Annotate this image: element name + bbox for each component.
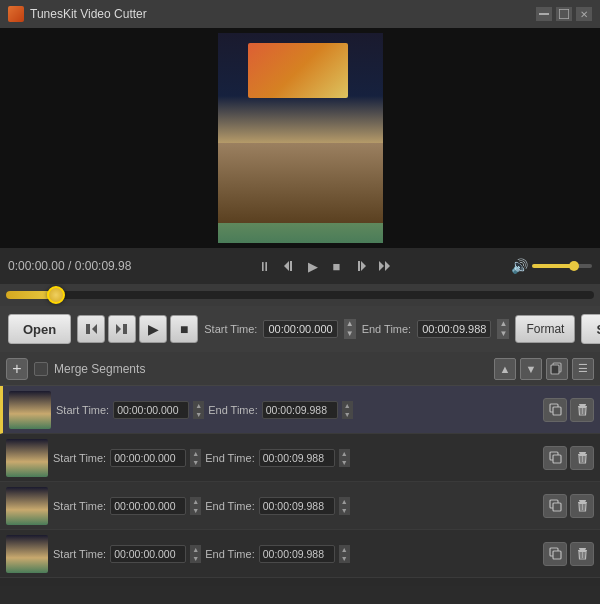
svg-rect-3: [290, 261, 292, 271]
seg-end-value: 00:00:09.988: [259, 497, 335, 515]
svg-rect-41: [580, 548, 585, 550]
format-button[interactable]: Format: [515, 315, 575, 343]
svg-marker-4: [361, 261, 366, 271]
seg-end-spinner[interactable]: ▲ ▼: [339, 449, 350, 467]
segments-up-button[interactable]: ▲: [494, 358, 516, 380]
end-time-spinner[interactable]: ▲ ▼: [497, 319, 509, 339]
seg-start-up[interactable]: ▲: [193, 401, 204, 410]
seg-end-spinner[interactable]: ▲ ▼: [339, 497, 350, 515]
start-time-spinner[interactable]: ▲ ▼: [344, 319, 356, 339]
segment-row: Start Time: 00:00:00.000 ▲ ▼ End Time: 0…: [0, 434, 600, 482]
seg-end-up[interactable]: ▲: [339, 545, 350, 554]
seg-start-spinner[interactable]: ▲ ▼: [190, 545, 201, 563]
video-screen: [248, 43, 348, 98]
svg-rect-0: [539, 13, 549, 15]
end-time-down[interactable]: ▼: [497, 329, 509, 339]
start-time-value: 00:00:00.000: [263, 320, 337, 338]
end-time-value: 00:00:09.988: [417, 320, 491, 338]
segment-times: Start Time: 00:00:00.000 ▲ ▼ End Time: 0…: [53, 545, 538, 563]
segment-edit-button[interactable]: [543, 398, 567, 422]
seg-end-down[interactable]: ▼: [342, 410, 353, 419]
seg-start-spinner[interactable]: ▲ ▼: [193, 401, 204, 419]
segment-delete-button[interactable]: [570, 446, 594, 470]
seg-start-spinner[interactable]: ▲ ▼: [190, 497, 201, 515]
segment-edit-button[interactable]: [543, 446, 567, 470]
merge-checkbox[interactable]: [34, 362, 48, 376]
seg-end-label: End Time:: [205, 500, 255, 512]
segment-row: Start Time: 00:00:00.000 ▲ ▼ End Time: 0…: [0, 482, 600, 530]
fast-forward-button[interactable]: [374, 255, 396, 277]
clip-in-button[interactable]: [77, 315, 105, 343]
segment-delete-button[interactable]: [570, 542, 594, 566]
seg-end-down[interactable]: ▼: [339, 554, 350, 563]
segment-edit-button[interactable]: [543, 494, 567, 518]
close-button[interactable]: ✕: [576, 7, 592, 21]
seg-start-spinner[interactable]: ▲ ▼: [190, 449, 201, 467]
minimize-button[interactable]: [536, 7, 552, 21]
timeline-track[interactable]: [6, 291, 594, 299]
segments-list-button[interactable]: ☰: [572, 358, 594, 380]
segment-delete-button[interactable]: [570, 398, 594, 422]
seg-end-label: End Time:: [205, 548, 255, 560]
segment-edit-button[interactable]: [543, 542, 567, 566]
seg-end-down[interactable]: ▼: [339, 506, 350, 515]
maximize-button[interactable]: [556, 7, 572, 21]
svg-rect-18: [578, 406, 587, 407]
segment-thumbnail: [6, 439, 48, 477]
svg-rect-34: [578, 502, 587, 503]
seg-start-down[interactable]: ▼: [193, 410, 204, 419]
play-button[interactable]: ▶: [302, 255, 324, 277]
segment-actions: [543, 494, 594, 518]
segment-thumbnail: [6, 535, 48, 573]
seg-start-down[interactable]: ▼: [190, 554, 201, 563]
open-button[interactable]: Open: [8, 314, 71, 344]
segment-times: Start Time: 00:00:00.000 ▲ ▼ End Time: 0…: [53, 497, 538, 515]
pause-button[interactable]: ⏸: [254, 255, 276, 277]
seg-start-up[interactable]: ▲: [190, 545, 201, 554]
seg-end-up[interactable]: ▲: [339, 497, 350, 506]
timeline-thumb[interactable]: [47, 286, 65, 304]
segment-thumbnail: [6, 487, 48, 525]
segments-header: + Merge Segments ▲ ▼ ☰: [0, 352, 600, 386]
clip-play-button[interactable]: ▶: [139, 315, 167, 343]
svg-rect-15: [553, 407, 561, 415]
end-time-up[interactable]: ▲: [497, 319, 509, 329]
stop-button[interactable]: ■: [326, 255, 348, 277]
step-back-button[interactable]: [278, 255, 300, 277]
seg-end-up[interactable]: ▲: [342, 401, 353, 410]
volume-icon: 🔊: [511, 258, 528, 274]
seg-end-spinner[interactable]: ▲ ▼: [339, 545, 350, 563]
seg-start-label: Start Time:: [56, 404, 109, 416]
seg-start-up[interactable]: ▲: [190, 449, 201, 458]
segments-down-button[interactable]: ▼: [520, 358, 542, 380]
seg-end-up[interactable]: ▲: [339, 449, 350, 458]
seg-start-up[interactable]: ▲: [190, 497, 201, 506]
app-icon: [8, 6, 24, 22]
seg-start-down[interactable]: ▼: [190, 506, 201, 515]
start-time-up[interactable]: ▲: [344, 319, 356, 329]
seg-end-label: End Time:: [205, 452, 255, 464]
svg-rect-33: [580, 500, 585, 502]
seg-end-value: 00:00:09.988: [259, 449, 335, 467]
seg-start-down[interactable]: ▼: [190, 458, 201, 467]
segment-actions: [543, 542, 594, 566]
segment-actions: [543, 398, 594, 422]
step-forward-button[interactable]: [350, 255, 372, 277]
clip-out-button[interactable]: [108, 315, 136, 343]
add-segment-button[interactable]: +: [6, 358, 28, 380]
segment-delete-button[interactable]: [570, 494, 594, 518]
video-area: [0, 28, 600, 248]
start-button[interactable]: Start: [581, 314, 600, 344]
segments-area: + Merge Segments ▲ ▼ ☰ Start Time: 00:00…: [0, 352, 600, 578]
clip-stop-button[interactable]: ■: [170, 315, 198, 343]
svg-marker-2: [284, 261, 289, 271]
volume-slider[interactable]: [532, 264, 592, 268]
start-time-down[interactable]: ▼: [344, 329, 356, 339]
end-time-label: End Time:: [362, 323, 412, 335]
seg-end-spinner[interactable]: ▲ ▼: [342, 401, 353, 419]
titlebar: TunesKit Video Cutter ✕: [0, 0, 600, 28]
svg-rect-1: [559, 9, 569, 19]
seg-end-down[interactable]: ▼: [339, 458, 350, 467]
volume-section: 🔊: [511, 258, 592, 274]
segments-copy-button[interactable]: [546, 358, 568, 380]
